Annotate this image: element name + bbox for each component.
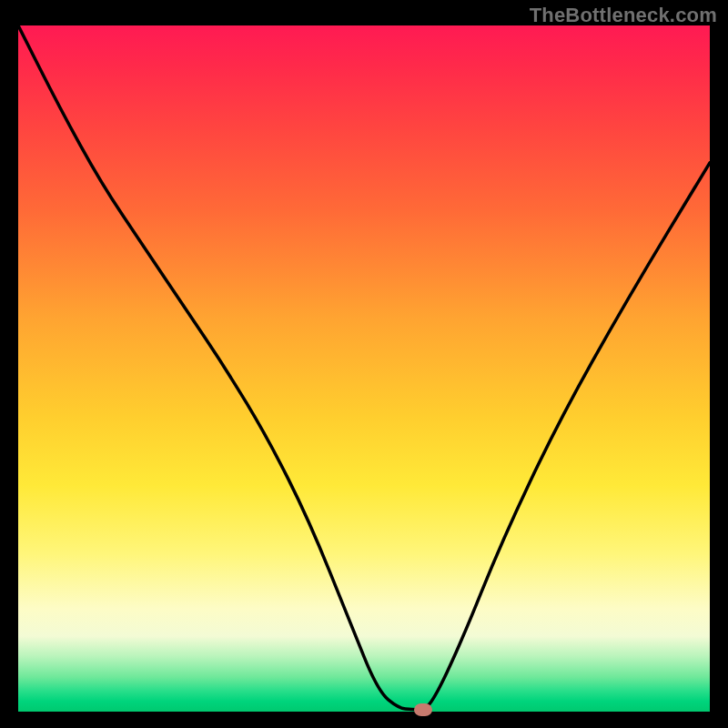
optimal-point-marker: [414, 703, 432, 716]
watermark-text: TheBottleneck.com: [530, 4, 717, 27]
plot-area: [18, 25, 710, 712]
chart-frame: TheBottleneck.com: [0, 0, 728, 728]
bottleneck-curve: [18, 25, 710, 712]
